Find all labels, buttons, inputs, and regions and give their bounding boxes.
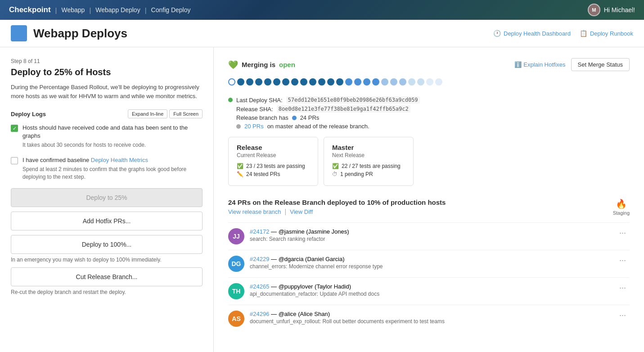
master-card: Master Next Release ✅ 22 / 27 tests are …	[324, 137, 414, 186]
expand-inline-button[interactable]: Expand In-line	[128, 109, 167, 118]
progress-dot-15	[363, 78, 370, 86]
checklist-checkbox-1[interactable]	[11, 125, 18, 132]
progress-dot-11	[327, 78, 334, 86]
full-screen-button[interactable]: Full Screen	[169, 109, 203, 118]
deploy-health-metrics-link[interactable]: Deploy Health Metrics	[91, 157, 148, 163]
progress-dot-14	[354, 78, 361, 86]
nav-config-deploy[interactable]: Config Deploy	[151, 6, 191, 14]
cut-release-branch-button[interactable]: Cut Release Branch...	[11, 267, 203, 286]
release-branch-prs: 24 PRs	[300, 114, 320, 121]
pr-1-more-button[interactable]: ···	[616, 228, 630, 238]
header-separator-2: |	[89, 6, 91, 14]
merge-label: Merging is	[242, 61, 275, 68]
cut-release-note: Re-cut the deploy branch and restart the…	[11, 289, 203, 295]
emergency-note: In an emergency you may wish to deploy t…	[11, 257, 203, 263]
pr-item-4: AS #24296 — @alice (Alice Shan) document…	[228, 305, 630, 332]
pr-4-branch: document_unfurl_exp_rollout: Roll out be…	[250, 318, 610, 325]
master-pending-label: 1 pending PR	[340, 171, 373, 177]
pr-4-author-text: @alice (Alice Shan)	[279, 311, 330, 317]
step-title: Deploy to 25% of Hosts	[11, 67, 203, 77]
master-tests-check-icon: ✅	[332, 163, 339, 169]
pr-1-branch: search: Search ranking refactor	[250, 236, 610, 242]
progress-dot-10	[318, 78, 325, 86]
progress-dot-6	[282, 78, 289, 86]
master-tests-label: 22 / 27 tests are passing	[342, 163, 401, 169]
staging-label: Staging	[613, 210, 630, 216]
nav-webapp[interactable]: Webapp	[61, 6, 85, 14]
pr-3-branch: api_documentation_refactor: Update API m…	[250, 291, 610, 297]
pr-2-id-link[interactable]: #24229	[250, 256, 269, 262]
progress-dot-2	[246, 78, 253, 86]
pr-2-dash: —	[271, 256, 279, 262]
add-hotfix-prs-button[interactable]: Add Hotfix PRs...	[11, 212, 203, 230]
progress-dot-12	[336, 78, 343, 86]
view-release-branch-link[interactable]: View release branch	[228, 208, 281, 215]
deploy-25-button[interactable]: Deploy to 25%	[11, 188, 203, 207]
release-card: Release Current Release ✅ 23 / 23 tests …	[228, 137, 318, 186]
release-sha-label: Release SHA:	[236, 106, 273, 113]
pr-4-dash: —	[271, 311, 279, 317]
progress-dot-23	[435, 78, 442, 86]
set-merge-status-button[interactable]: Set Merge Status	[571, 58, 630, 71]
staging-badge: 🔥 Staging	[613, 199, 630, 216]
pr-3-author-text: @puppylover (Taylor Hadid)	[279, 283, 351, 290]
pr-item-3: TH #24265 — @puppylover (Taylor Hadid) a…	[228, 277, 630, 305]
pr-avatar-1: JJ	[228, 228, 244, 244]
pr-4-more-button[interactable]: ···	[616, 311, 630, 320]
progress-dot-5	[273, 78, 280, 86]
checklist-item-1-text: Hosts should have received code and data…	[23, 124, 203, 140]
pr-3-more-button[interactable]: ···	[616, 283, 630, 293]
last-deploy-sha-dot	[228, 98, 233, 102]
checklist-item-2-subtext: Spend at least 2 minutes to confirm that…	[23, 166, 203, 181]
progress-dot-21	[417, 78, 424, 86]
deploy-100-button[interactable]: Deploy to 100%...	[11, 235, 203, 254]
header-separator-3: |	[145, 6, 147, 14]
progress-dot-16	[372, 78, 379, 86]
progress-bar	[228, 78, 630, 86]
last-deploy-sha-value: 57edd120e1651e80f9beb20986e26bf63a9cd059	[286, 96, 420, 104]
pr-avatar-2: DG	[228, 256, 244, 272]
nav-webapp-deploy[interactable]: Webapp Deploy	[95, 6, 140, 14]
pr-1-id-link[interactable]: #24172	[250, 228, 269, 235]
checklist-item-1-subtext: It takes about 30 seconds for hosts to r…	[23, 141, 203, 149]
view-diff-link[interactable]: View Diff	[290, 208, 313, 215]
checklist-item-2: I have confirmed baseline Deploy Health …	[11, 156, 203, 181]
deploy-health-dashboard-link[interactable]: 🕐 Deploy Health Dashboard	[493, 30, 571, 37]
pr-2-more-button[interactable]: ···	[616, 256, 630, 265]
brand-logo: Checkpoint	[9, 5, 51, 14]
pr-avatar-3: TH	[228, 283, 244, 299]
header-separator-1: |	[55, 6, 57, 14]
ahead-dot	[236, 124, 241, 129]
pr-avatar-4: AS	[228, 311, 244, 327]
book-icon: 📋	[580, 30, 587, 37]
deploy-runbook-link[interactable]: 📋 Deploy Runbook	[580, 30, 633, 37]
progress-dot-22	[426, 78, 433, 86]
pr-1-author: —	[271, 228, 279, 235]
pr-count-dot	[292, 116, 297, 120]
branch-cards: Release Current Release ✅ 23 / 23 tests …	[228, 137, 630, 186]
checklist-item-1: Hosts should have received code and data…	[11, 124, 203, 149]
merge-status-badge: open	[279, 61, 295, 68]
step-label: Step 8 of 11	[11, 58, 203, 64]
staging-icon: 🔥	[616, 199, 627, 209]
ahead-prs-link[interactable]: 20 PRs	[244, 123, 264, 130]
pr-list: JJ #24172 — @jasmine (Jasmine Jones) sea…	[228, 222, 630, 332]
pr-3-id-link[interactable]: #24265	[250, 283, 269, 290]
heart-icon: 💚	[228, 60, 238, 70]
pr-4-id-link[interactable]: #24296	[250, 311, 269, 317]
checklist-checkbox-2[interactable]	[11, 157, 18, 164]
progress-dot-empty	[228, 78, 235, 86]
pr-item-2: DG #24229 — @dgarcia (Daniel Garcia) cha…	[228, 250, 630, 277]
page-icon	[11, 25, 27, 41]
avatar: M	[588, 4, 600, 16]
progress-dot-9	[309, 78, 316, 86]
progress-dot-19	[399, 78, 406, 86]
master-card-subtitle: Next Release	[332, 152, 405, 158]
clock-icon: 🕐	[493, 30, 501, 37]
pr-2-branch: channel_errors: Modernize channel error …	[250, 263, 610, 270]
progress-dot-17	[381, 78, 388, 86]
step-description: During the Percentage Based Rollout, we'…	[11, 83, 203, 100]
info-icon: ℹ️	[514, 61, 522, 68]
explain-hotfixes-link[interactable]: ℹ️ Explain Hotfixes	[514, 61, 565, 68]
pr-item-1: JJ #24172 — @jasmine (Jasmine Jones) sea…	[228, 222, 630, 250]
